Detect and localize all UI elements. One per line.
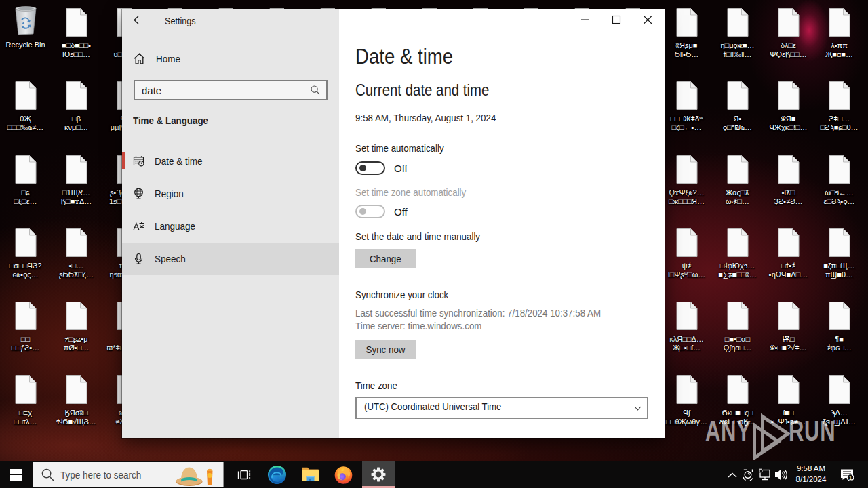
svg-text:1: 1: [849, 474, 852, 481]
